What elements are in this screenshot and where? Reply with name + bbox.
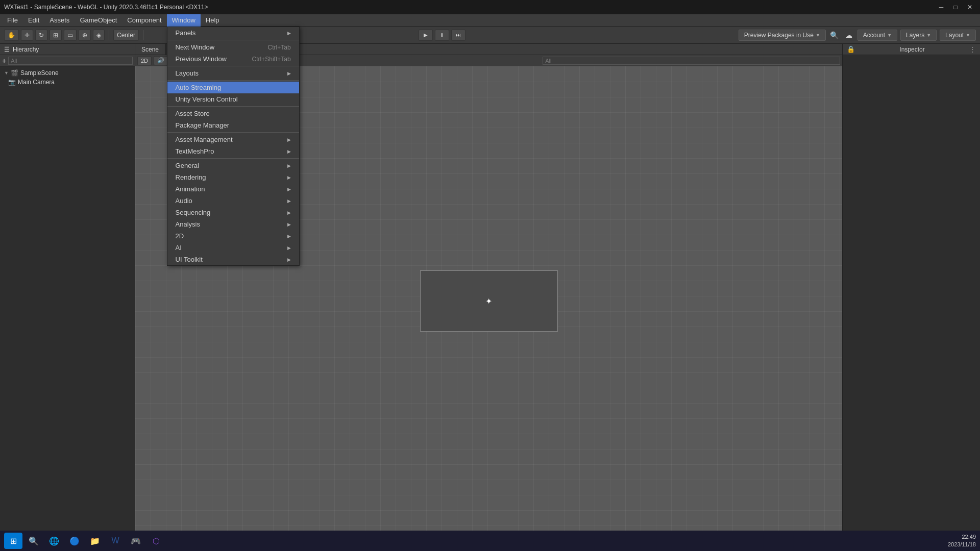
close-button[interactable]: ✕ — [964, 3, 976, 12]
menu-item-asset-management[interactable]: Asset Management ▶ — [167, 134, 299, 145]
menu-edit[interactable]: Edit — [23, 14, 44, 27]
layers-arrow: ▼ — [926, 33, 931, 38]
hierarchy-search-input[interactable] — [8, 57, 133, 65]
menu-divider-4 — [167, 106, 299, 107]
toolbar-right: Preview Packages in Use ▼ 🔍 ☁ Account ▼ … — [739, 30, 976, 41]
menu-window[interactable]: Window — [167, 14, 201, 27]
menu-help[interactable]: Help — [201, 14, 225, 27]
menu-divider-3 — [167, 80, 299, 81]
hand-tool-button[interactable]: ✋ — [4, 30, 19, 41]
menu-divider-6 — [167, 158, 299, 159]
menu-item-analysis[interactable]: Analysis ▶ — [167, 218, 299, 230]
menu-item-animation[interactable]: Animation ▶ — [167, 183, 299, 195]
layers-button[interactable]: Layers ▼ — [900, 30, 937, 41]
menu-item-2d[interactable]: 2D ▶ — [167, 230, 299, 242]
general-label: General — [176, 162, 199, 169]
taskbar-date-value: 2023/11/18 — [948, 541, 976, 548]
menu-item-rendering[interactable]: Rendering ▶ — [167, 171, 299, 183]
cloud-button[interactable]: ☁ — [843, 30, 854, 41]
inspector-panel: 🔒 Inspector ⋮ — [842, 44, 980, 536]
analysis-label: Analysis — [176, 220, 200, 228]
menu-item-next-window[interactable]: Next Window Ctrl+Tab — [167, 41, 299, 53]
layout-arrow: ▼ — [966, 33, 970, 38]
account-button[interactable]: Account ▼ — [857, 30, 897, 41]
audio-label: Audio — [176, 197, 192, 205]
menu-item-sequencing[interactable]: Sequencing ▶ — [167, 207, 299, 218]
panels-submenu-arrow: ▶ — [287, 31, 291, 36]
taskbar-word-button[interactable]: W — [106, 533, 125, 549]
taskbar-explorer-button[interactable]: 📁 — [86, 533, 104, 549]
account-label: Account — [863, 32, 885, 39]
toolbar-separator-1 — [109, 30, 109, 40]
ai-label: AI — [176, 244, 182, 252]
2d-label: 2D — [176, 232, 184, 240]
textmeshpro-label: TextMeshPro — [176, 147, 214, 155]
menu-item-general[interactable]: General ▶ — [167, 160, 299, 171]
taskbar-unity-button[interactable]: 🎮 — [127, 533, 145, 549]
menu-item-audio[interactable]: Audio ▶ — [167, 195, 299, 207]
preview-packages-button[interactable]: Preview Packages in Use ▼ — [739, 30, 826, 41]
view-2d-button[interactable]: 2D — [137, 56, 152, 65]
taskbar-browser-button[interactable]: 🌐 — [45, 533, 63, 549]
inspector-more-icon: ⋮ — [969, 45, 976, 53]
unity-version-control-label: Unity Version Control — [176, 95, 238, 103]
menu-divider-1 — [167, 40, 299, 40]
menu-item-layouts[interactable]: Layouts ▶ — [167, 67, 299, 79]
layout-label: Layout — [945, 32, 964, 39]
explorer-icon: 📁 — [90, 536, 100, 546]
menu-file[interactable]: File — [2, 14, 23, 27]
menu-divider-2 — [167, 66, 299, 66]
center-pivot-button[interactable]: Center — [113, 30, 139, 41]
play-button[interactable]: ▶ — [419, 30, 433, 41]
scene-search-input[interactable] — [543, 57, 840, 65]
preview-packages-arrow: ▼ — [816, 33, 820, 38]
taskbar-vs-button[interactable]: ⬡ — [147, 533, 165, 549]
scene-expand-arrow: ▼ — [4, 70, 9, 76]
next-window-label: Next Window — [176, 43, 215, 51]
scale-tool-button[interactable]: ⊞ — [50, 30, 62, 41]
minimize-button[interactable]: ─ — [935, 3, 947, 12]
layout-button[interactable]: Layout ▼ — [940, 30, 976, 41]
start-button[interactable]: ⊞ — [4, 533, 22, 549]
hierarchy-add-button[interactable]: + — [2, 57, 6, 65]
menu-component[interactable]: Component — [122, 14, 166, 27]
menu-item-panels[interactable]: Panels ▶ — [167, 27, 299, 39]
tab-scene[interactable]: Scene — [135, 44, 165, 55]
game-cursor: ✦ — [485, 296, 492, 306]
menu-item-prev-window[interactable]: Previous Window Ctrl+Shift+Tab — [167, 53, 299, 65]
camera-item[interactable]: 📷 Main Camera — [0, 78, 135, 87]
taskbar-edge-button[interactable]: 🔵 — [65, 533, 84, 549]
rect-tool-button[interactable]: ▭ — [64, 30, 77, 41]
pause-button[interactable]: ⏸ — [435, 30, 449, 41]
window-controls: ─ □ ✕ — [935, 3, 976, 12]
layers-label: Layers — [906, 32, 924, 39]
menu-item-package-manager[interactable]: Package Manager — [167, 119, 299, 131]
menu-bar: File Edit Assets GameObject Component Wi… — [0, 14, 980, 27]
menu-item-ai[interactable]: AI ▶ — [167, 242, 299, 254]
menu-item-asset-store[interactable]: Asset Store — [167, 108, 299, 119]
start-icon: ⊞ — [10, 536, 17, 546]
search-button[interactable]: 🔍 — [829, 30, 840, 41]
asset-store-label: Asset Store — [176, 110, 210, 117]
menu-item-ui-toolkit[interactable]: UI Toolkit ▶ — [167, 254, 299, 265]
audio-toggle-button[interactable]: 🔊 — [154, 56, 168, 65]
menu-item-auto-streaming[interactable]: Auto Streaming — [167, 82, 299, 93]
menu-item-unity-version-control[interactable]: Unity Version Control — [167, 93, 299, 105]
step-button[interactable]: ⏭ — [451, 30, 465, 41]
ai-arrow: ▶ — [287, 245, 291, 251]
ui-toolkit-arrow: ▶ — [287, 257, 291, 262]
title-bar: WXTest1 - SampleScene - WebGL - Unity 20… — [0, 0, 980, 14]
transform-tool-button[interactable]: ⊕ — [79, 30, 91, 41]
menu-gameobject[interactable]: GameObject — [75, 14, 122, 27]
menu-assets[interactable]: Assets — [44, 14, 75, 27]
rotate-tool-button[interactable]: ↻ — [35, 30, 47, 41]
word-icon: W — [111, 536, 119, 545]
prev-window-shortcut: Ctrl+Shift+Tab — [252, 56, 291, 63]
layouts-label: Layouts — [176, 69, 199, 77]
maximize-button[interactable]: □ — [949, 3, 962, 12]
taskbar-search-button[interactable]: 🔍 — [24, 533, 43, 549]
custom-tool-button[interactable]: ◈ — [93, 30, 105, 41]
menu-item-textmeshpro[interactable]: TextMeshPro ▶ — [167, 145, 299, 157]
move-tool-button[interactable]: ✛ — [21, 30, 33, 41]
scene-item[interactable]: ▼ 🎬 SampleScene — [0, 68, 135, 78]
